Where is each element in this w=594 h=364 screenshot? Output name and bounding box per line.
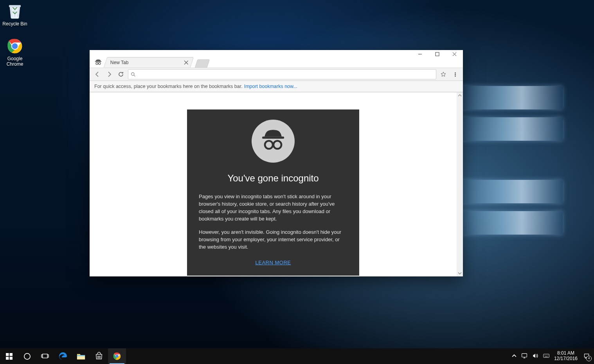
reload-button[interactable]	[116, 70, 126, 79]
bookmarks-hint-text: For quick access, place your bookmarks h…	[94, 84, 243, 89]
svg-rect-24	[97, 357, 99, 359]
tray-volume-button[interactable]	[532, 353, 538, 360]
task-view-button[interactable]	[36, 348, 54, 364]
incognito-indicator-icon	[94, 58, 102, 66]
svg-rect-28	[522, 353, 527, 357]
chevron-up-icon	[512, 353, 517, 358]
kebab-menu-icon	[455, 72, 456, 77]
taskbar-app-file-explorer[interactable]	[72, 348, 90, 364]
svg-rect-29	[544, 354, 549, 357]
incognito-icon	[252, 120, 295, 163]
new-tab-button[interactable]	[195, 59, 210, 68]
svg-point-10	[265, 141, 273, 149]
cortana-button[interactable]	[18, 348, 36, 364]
chrome-window: New Tab	[90, 50, 463, 276]
browser-menu-button[interactable]	[450, 70, 460, 79]
svg-rect-15	[9, 357, 12, 359]
scroll-up-icon[interactable]	[457, 92, 463, 99]
taskbar-app-edge[interactable]	[54, 348, 72, 364]
svg-point-11	[274, 141, 281, 149]
chrome-icon	[113, 352, 121, 360]
action-center-button[interactable]: 4	[582, 352, 591, 360]
clock-time: 8:01 AM	[554, 351, 578, 356]
tab-title: New Tab	[110, 60, 128, 65]
learn-more-link[interactable]: LEARN MORE	[199, 260, 347, 265]
arrow-left-icon	[94, 71, 101, 77]
svg-rect-23	[99, 356, 101, 357]
store-icon	[95, 352, 103, 360]
svg-rect-25	[99, 357, 101, 359]
task-view-icon	[41, 353, 49, 359]
svg-rect-13	[9, 353, 12, 356]
window-close-button[interactable]	[446, 48, 463, 59]
taskbar-clock[interactable]: 8:01 AM 12/17/2016	[554, 351, 578, 362]
window-titlebar[interactable]	[90, 50, 463, 57]
monitor-icon	[521, 353, 527, 359]
system-tray: 8:01 AM 12/17/2016 4	[509, 348, 594, 364]
clock-date: 12/17/2016	[554, 356, 578, 362]
svg-rect-17	[43, 354, 48, 358]
svg-rect-4	[436, 52, 439, 56]
browser-toolbar	[90, 68, 463, 81]
cortana-circle-icon	[23, 353, 31, 360]
bookmark-star-icon[interactable]	[440, 71, 446, 77]
incognito-title: You've gone incognito	[199, 173, 347, 184]
tray-input-indicator[interactable]	[543, 353, 549, 360]
scroll-down-icon[interactable]	[457, 270, 463, 276]
taskbar-app-store[interactable]	[90, 348, 108, 364]
svg-rect-5	[95, 61, 102, 62]
incognito-paragraph-2: However, you aren't invisible. Going inc…	[199, 229, 347, 251]
tray-network-button[interactable]	[521, 353, 527, 360]
forward-button[interactable]	[104, 70, 114, 79]
taskbar-spacer	[126, 348, 509, 364]
svg-rect-18	[41, 355, 43, 357]
reload-icon	[118, 71, 124, 77]
recycle-bin-icon	[6, 2, 23, 20]
arrow-right-icon	[106, 71, 112, 77]
speaker-icon	[532, 353, 538, 359]
desktop-icon-recycle-bin[interactable]: Recycle Bin	[0, 2, 30, 27]
import-bookmarks-link[interactable]: Import bookmarks now...	[244, 84, 297, 89]
wallpaper-glow	[461, 63, 594, 297]
tray-overflow-button[interactable]	[512, 353, 517, 359]
search-icon	[131, 72, 136, 77]
keyboard-icon	[543, 353, 549, 359]
window-controls	[411, 48, 463, 59]
window-minimize-button[interactable]	[411, 48, 428, 59]
tab-strip: New Tab	[90, 57, 463, 68]
folder-icon	[77, 352, 85, 360]
start-button[interactable]	[0, 348, 18, 364]
svg-rect-21	[77, 355, 85, 356]
page-content: You've gone incognito Pages you view in …	[90, 92, 463, 276]
svg-point-6	[96, 63, 98, 65]
svg-rect-12	[6, 353, 9, 356]
windows-logo-icon	[6, 353, 13, 360]
bookmarks-bar: For quick access, place your bookmarks h…	[90, 81, 463, 92]
address-input[interactable]	[138, 70, 434, 79]
back-button[interactable]	[93, 70, 102, 79]
svg-point-16	[24, 353, 30, 359]
svg-rect-19	[47, 355, 49, 357]
svg-rect-22	[97, 356, 99, 357]
incognito-paragraph-1: Pages you view in incognito tabs won't s…	[199, 193, 347, 222]
tab-close-icon[interactable]	[184, 60, 189, 65]
address-bar[interactable]	[128, 69, 436, 79]
desktop-icon-label: Google Chrome	[0, 56, 30, 67]
svg-point-27	[115, 355, 118, 357]
notification-count-badge: 4	[586, 356, 592, 361]
vertical-scrollbar[interactable]	[457, 92, 463, 276]
edge-icon	[58, 351, 68, 361]
scrollbar-track[interactable]	[457, 99, 463, 270]
chrome-icon	[6, 38, 23, 55]
taskbar-app-chrome[interactable]	[108, 348, 126, 364]
svg-rect-14	[6, 357, 9, 359]
svg-point-8	[131, 72, 134, 75]
taskbar: 8:01 AM 12/17/2016 4	[0, 348, 594, 364]
svg-rect-0	[9, 5, 20, 7]
window-maximize-button[interactable]	[428, 48, 446, 59]
desktop-icon-google-chrome[interactable]: Google Chrome	[0, 38, 30, 67]
desktop-icon-label: Recycle Bin	[0, 21, 30, 27]
svg-point-7	[99, 63, 101, 65]
svg-rect-9	[262, 136, 284, 138]
browser-tab[interactable]: New Tab	[104, 57, 194, 68]
